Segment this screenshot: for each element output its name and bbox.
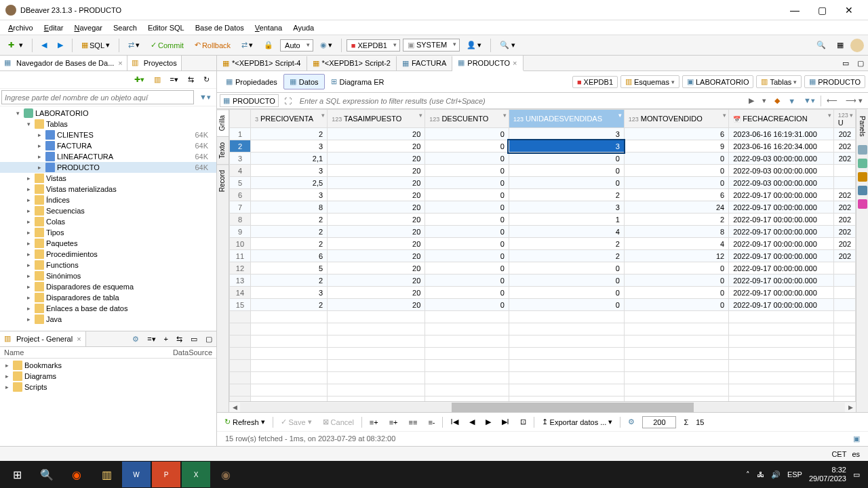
project-tab[interactable]: ▥Project - General× xyxy=(0,331,86,346)
proj-link-icon[interactable]: ⇆ xyxy=(172,332,186,346)
vtab-grilla[interactable]: Grilla xyxy=(217,109,229,136)
col-header-precio[interactable]: 3 PRECIOVENTA▾ xyxy=(250,110,327,128)
commit-button[interactable]: ✓ Commit xyxy=(146,38,188,52)
menu-editar[interactable]: Editar xyxy=(39,22,69,33)
add-row-icon[interactable]: ≡+ xyxy=(386,416,401,428)
rollback-button[interactable]: ↶ Rollback xyxy=(191,38,235,52)
forward-button[interactable]: ▶ xyxy=(54,38,67,52)
table-row[interactable]: 23200392023-06-16 16:20:34.000202 xyxy=(230,140,856,152)
tray-up-icon[interactable]: ˄ xyxy=(746,470,750,479)
projects-tab[interactable]: ▥Proyectos xyxy=(127,56,182,70)
tab-producto[interactable]: ▦PRODUCTO× xyxy=(452,56,523,71)
task-dbeaver[interactable]: ◉ xyxy=(212,462,240,487)
tree-folder[interactable]: ▸Tipos xyxy=(0,227,216,238)
vtab-record[interactable]: Record xyxy=(217,164,229,197)
filter-settings-icon[interactable]: ◆ xyxy=(772,95,783,106)
table-row[interactable]: 92200482022-09-17 00:00:00.000202 xyxy=(230,226,856,238)
table-row[interactable]: 143200002022-09-17 00:00:00.000 xyxy=(230,287,856,299)
tray-network-icon[interactable]: 🖧 xyxy=(757,470,764,479)
panel-icon[interactable] xyxy=(858,186,867,195)
last-page-icon[interactable]: ▶I xyxy=(498,415,513,428)
vtab-texto[interactable]: Texto xyxy=(217,136,229,164)
tree-folder[interactable]: ▸Vistas materializadas xyxy=(0,184,216,195)
task-word[interactable]: W xyxy=(122,462,151,487)
task-ppt[interactable]: P xyxy=(152,462,180,487)
close-icon[interactable]: × xyxy=(513,59,517,67)
proj-item[interactable]: ▸Scripts xyxy=(0,382,216,392)
tree-folder[interactable]: ▸Sinónimos xyxy=(0,270,216,281)
col-header-unid[interactable]: 123 UNIDADESVENDIDAS▾ xyxy=(509,110,624,128)
tab-factura[interactable]: ▦FACTURA xyxy=(397,56,452,70)
task-brave[interactable]: ◉ xyxy=(62,462,91,487)
col-header-desc[interactable]: 123 DESCUENTO▾ xyxy=(425,110,509,128)
col-header-monto[interactable]: 123 MONTOVENDIDO▾ xyxy=(624,110,728,128)
tree-tablas[interactable]: Tablas xyxy=(46,120,68,128)
subtab-props[interactable]: ▦Propiedades xyxy=(220,74,283,89)
notifications-icon[interactable]: ▣ xyxy=(853,434,860,443)
table-row[interactable]: 32,1200002022-09-03 00:00:00.000202 xyxy=(230,152,856,165)
prev-page-icon[interactable]: ◀ xyxy=(466,415,478,428)
tray-notif-icon[interactable]: ▭ xyxy=(853,470,860,479)
first-page-icon[interactable]: I◀ xyxy=(447,415,461,428)
user-button[interactable]: 👤▾ xyxy=(462,38,486,52)
col-header-u[interactable]: 123 U▾ xyxy=(833,110,855,128)
tree-folder[interactable]: ▸Paquetes xyxy=(0,238,216,249)
export-button[interactable]: ↥ Exportar datos ... ▾ xyxy=(538,415,616,428)
bc-schema[interactable]: ▣LABORATORIO xyxy=(682,75,753,88)
proj-add-icon[interactable]: + xyxy=(160,332,172,346)
dup-row-icon[interactable]: ≡≡ xyxy=(406,416,421,428)
tree-folder[interactable]: ▸Colas xyxy=(0,216,216,227)
rownum-header[interactable] xyxy=(230,110,251,128)
nav-collapse-button[interactable]: =▾ xyxy=(166,73,182,87)
proj-item[interactable]: ▸Diagrams xyxy=(0,371,216,382)
panel-icon[interactable] xyxy=(858,199,867,209)
tray-sound-icon[interactable]: 🔊 xyxy=(771,470,781,479)
close-icon[interactable]: × xyxy=(77,335,81,343)
cancel-button[interactable]: ⊠ Cancel xyxy=(319,415,357,428)
menu-editor-sql[interactable]: Editor SQL xyxy=(142,22,190,33)
current-table-label[interactable]: ▦PRODUCTO xyxy=(220,94,279,107)
table-row[interactable]: 82200122022-09-17 00:00:00.000202 xyxy=(230,214,856,226)
tree-folder[interactable]: ▸Secuencias xyxy=(0,205,216,216)
nav-filter-button[interactable]: ▼▾ xyxy=(195,90,215,104)
search-button[interactable]: 🔍 ▾ xyxy=(496,38,519,52)
subtab-er[interactable]: ⊞Diagrama ER xyxy=(325,74,391,89)
tree-table-lineafactura[interactable]: ▸LINEAFACTURA64K xyxy=(0,151,216,162)
close-button[interactable]: ✕ xyxy=(835,1,863,20)
table-row[interactable]: 152200002022-09-17 00:00:00.000 xyxy=(230,299,856,311)
table-row[interactable]: 782003242022-09-17 00:00:00.000202 xyxy=(230,201,856,214)
task-explorer[interactable]: ▥ xyxy=(92,462,121,487)
minimize-button[interactable]: — xyxy=(781,1,808,20)
nav-folder-button[interactable]: ▥ xyxy=(150,73,165,87)
filter-history-icon[interactable]: ▾ xyxy=(760,95,769,106)
tree-folder[interactable]: ▸Índices xyxy=(0,195,216,205)
next-page-icon[interactable]: ▶ xyxy=(482,415,494,428)
save-button[interactable]: ✓ Save ▾ xyxy=(277,415,315,428)
task-excel[interactable]: X xyxy=(182,462,210,487)
bc-schemas[interactable]: ▥Esquemas▾ xyxy=(620,75,679,88)
isolation-button[interactable]: ◉▾ xyxy=(316,38,336,52)
close-icon[interactable]: × xyxy=(118,59,122,67)
proj-collapse-icon[interactable]: =▾ xyxy=(143,332,159,346)
proj-settings-icon[interactable]: ⚙ xyxy=(128,332,143,346)
edit-row-icon[interactable]: ≡+ xyxy=(366,416,382,428)
data-grid[interactable]: 3 PRECIOVENTA▾123 TASAIMPUESTO▾123 DESCU… xyxy=(229,109,856,401)
fetch-prev-icon[interactable]: ⟵ xyxy=(824,95,840,106)
fetch-next-icon[interactable]: ⟶ ▾ xyxy=(843,95,865,106)
schema-combo[interactable]: ▣ SYSTEM xyxy=(403,39,460,52)
tree-folder[interactable]: ▸Disparadores de tabla xyxy=(0,292,216,303)
nav-new-button[interactable]: ✚▾ xyxy=(130,73,149,87)
subtab-data[interactable]: ▦Datos xyxy=(283,74,325,89)
nav-link-button[interactable]: ⇆ xyxy=(184,73,198,87)
goto-icon[interactable]: ⊡ xyxy=(517,415,530,428)
h-scrollbar[interactable]: ◀▶ xyxy=(229,401,856,412)
bc-tablas[interactable]: ▥Tablas▾ xyxy=(756,75,802,88)
lock-button[interactable]: 🔒 xyxy=(260,38,277,52)
nav-search-input[interactable] xyxy=(1,90,194,104)
menu-base-de-datos[interactable]: Base de Datos xyxy=(190,22,250,33)
start-button[interactable]: ⊞ xyxy=(3,462,31,487)
tree-folder[interactable]: ▸Enlaces a base de datos xyxy=(0,303,216,314)
new-conn-button[interactable]: ✚▾ xyxy=(4,38,27,53)
menu-ventana[interactable]: Ventana xyxy=(250,22,288,33)
auto-commit-combo[interactable]: Auto xyxy=(280,39,313,52)
